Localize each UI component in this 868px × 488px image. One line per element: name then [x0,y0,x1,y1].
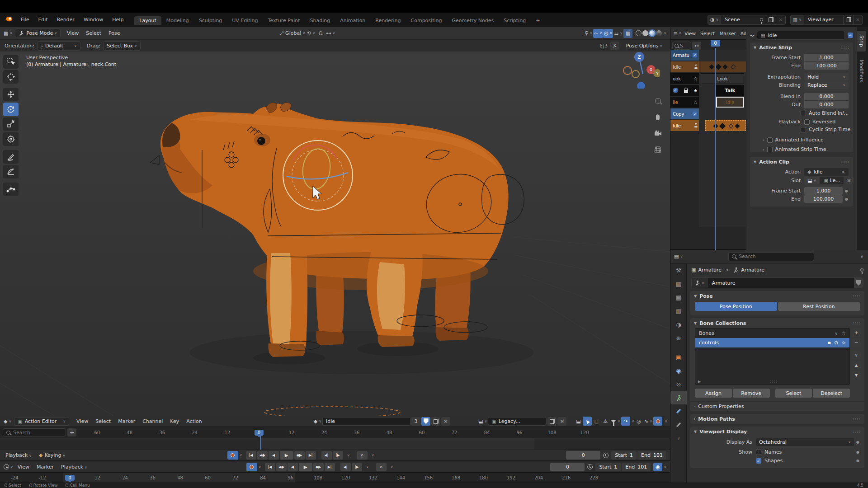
select-button[interactable]: Select [775,389,812,398]
nla-strip-talk[interactable]: Talk [716,85,744,96]
transport-button[interactable]: ∨ [370,451,376,460]
zoom-icon[interactable] [652,95,664,107]
workspace-tab[interactable]: Geometry Nodes [447,16,499,25]
tab-view-layer[interactable]: ▥ [670,304,687,318]
viewport-canvas[interactable] [0,27,670,416]
toggle-ortho-grid-icon[interactable] [652,144,664,155]
filter-icon[interactable]: ∨ [610,417,621,426]
dopesheet-menu-item[interactable]: Action [183,418,205,424]
tool-transform[interactable] [3,132,19,146]
eye-visibility-icon[interactable]: ⊙ [834,340,838,346]
viewlayer-name[interactable]: ViewLayer [804,17,843,23]
tab-constraints[interactable]: ⊘ [670,377,687,391]
topbar-menu-item[interactable]: Help [108,17,128,23]
star-icon[interactable]: ☆ [841,330,846,336]
frame-end-box[interactable]: End101 [637,451,666,460]
pan-hand-icon[interactable] [652,111,664,123]
action-browse-icon[interactable]: ◆∨ [313,417,322,426]
keying-menu[interactable]: ◆Keying∨ [35,452,69,458]
list-item-bones[interactable]: Bones ∨☆ [695,328,849,338]
add-workspace-button[interactable]: + [531,16,545,25]
timeline-preview-range-icon[interactable] [587,464,593,469]
extrapolation-dropdown[interactable]: Hold∨ [804,73,849,81]
tab-bone[interactable] [670,404,687,418]
nla-action-line-strip2[interactable] [705,120,746,131]
transport-button[interactable]: ∩ [357,451,368,460]
pose-position-button[interactable]: Pose Position [695,302,777,311]
timeline-current-frame-field[interactable]: 0 [550,463,585,471]
list-item-controls-selected[interactable]: controls ●⊙☆ [695,338,849,347]
viewlayer-copy-button[interactable] [843,15,853,24]
transport-button[interactable]: ∩ [376,463,387,471]
workspace-tab[interactable]: Animation [335,16,370,25]
editor-type-viewport-icon[interactable]: ▦∨ [3,29,13,38]
blending-dropdown[interactable]: Replace∨ [804,81,849,89]
transport-button[interactable]: |◀ [265,463,275,471]
transport-button[interactable]: ◀◆ [257,451,268,460]
armature-name-field[interactable]: Armature [708,280,854,286]
list-resize-grip[interactable]: :::: [770,379,778,384]
transport-button[interactable]: ◀◆ [276,463,287,471]
clip-end-field[interactable]: 100.000 [804,195,843,203]
dopesheet-ruler[interactable]: -60-48-36-24-1201224364860728496108120 [80,427,670,438]
timeline-keying-dropdown[interactable]: ∨ [664,465,666,469]
expand-chevron-icon[interactable]: ∨ [835,331,838,336]
workspace-tab[interactable]: Layout [134,16,161,25]
shading-dropdown[interactable]: ∨ [664,31,666,35]
remove-collection-button[interactable]: − [852,338,861,347]
viewport-menu-item[interactable]: Select [82,30,105,36]
nla-action-name-field[interactable]: ▤Idle [757,31,845,40]
slot-browse-dropdown[interactable]: ⬓∨ [804,177,819,184]
layered-icon[interactable]: ⬓ [574,417,583,426]
animated-strip-time-expander[interactable]: › [763,147,764,152]
bone-collections-header[interactable]: ▼Bone Collections:::: [690,318,864,328]
timeline-keying-icon[interactable]: ◉ [653,463,662,471]
nla-expand-icon[interactable]: ↔ [692,42,701,50]
select-cursor-icon[interactable]: ▲ [583,417,592,426]
dopesheet-menu-item[interactable]: Key [166,418,183,424]
workspace-tab[interactable]: Rendering [370,16,406,25]
pin-icon[interactable] [760,18,763,21]
tab-tool[interactable]: ⚒ [670,263,687,277]
auto-key-record-button[interactable] [227,451,238,460]
move-down-button[interactable]: ▼ [852,371,861,380]
tool-measure[interactable] [3,165,19,178]
camera-view-icon[interactable] [652,127,664,139]
reversed-checkbox[interactable] [804,119,810,125]
cyclic-checkbox[interactable] [801,127,806,132]
workspace-tab[interactable]: UV Editing [227,16,263,25]
dopesheet-playhead-line[interactable] [260,433,261,450]
timeline-menu-item[interactable]: Marker [33,464,57,470]
frame-start-field[interactable]: 1.000 [804,54,849,61]
nla-menu-item[interactable]: View [682,31,698,36]
tab-object-data-armature[interactable] [670,391,687,404]
remove-button[interactable]: Remove [733,389,770,398]
nla-playhead[interactable]: 0 [711,40,720,47]
solo-star-icon[interactable]: ☆ [693,76,698,81]
shading-rendered-icon[interactable] [656,30,662,36]
slot-name-field[interactable]: ▣Legacy... [488,417,547,426]
nla-strip-idle-selected[interactable]: Idle [716,97,744,108]
nla-track-idle-active[interactable]: Idle▾▬ [670,61,699,72]
animated-influence-checkbox[interactable] [767,137,773,143]
breadcrumb-object[interactable]: Armature [698,267,722,273]
nla-strip-area[interactable]: Look Talk Idle [699,50,746,227]
tool-rotate[interactable] [3,103,19,116]
display-as-dropdown[interactable]: Octahedral∨ [756,438,854,446]
slot-copy-button[interactable] [547,417,557,426]
scene-unlink-button[interactable]: × [776,15,785,24]
workspace-tab[interactable]: Compositing [406,16,447,25]
solo-star-filled-icon[interactable]: ★ [693,88,698,93]
tab-bone-constraint[interactable] [670,418,687,432]
nla-strip-mute-checkbox[interactable] [848,33,853,38]
keying-dropdown[interactable]: ∨ [665,419,667,423]
transport-button[interactable]: ▶| [306,451,316,460]
nla-track-idle2[interactable]: lle☆ [670,97,699,108]
tool-move[interactable] [3,88,19,101]
slot-browse-icon[interactable]: ⬓∨ [477,417,488,426]
blender-logo-icon[interactable] [5,16,13,23]
transport-button[interactable]: ◀ [288,463,298,471]
topbar-menu-item[interactable]: Render [52,17,79,23]
box-select-icon[interactable]: ◻ [592,417,601,426]
tabs-overflow-chevron[interactable]: ∨ [670,432,687,445]
